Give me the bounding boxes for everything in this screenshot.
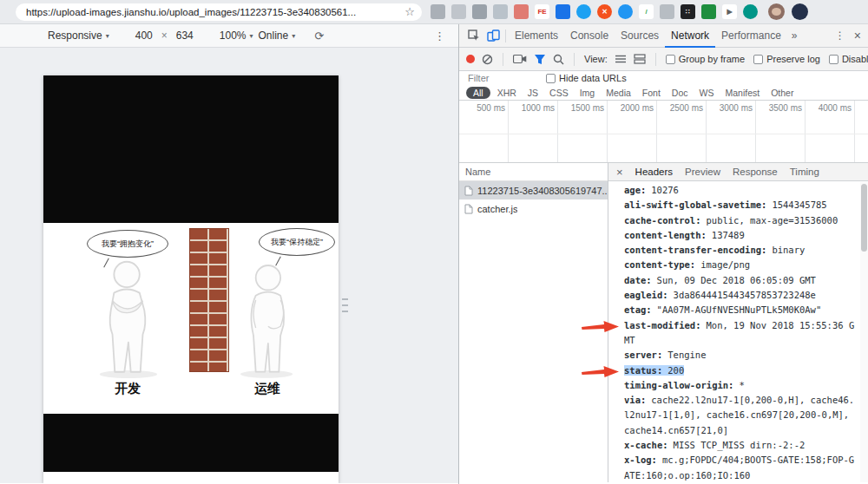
detail-tab[interactable]: Timing [784,163,825,181]
address-bar[interactable]: https://upload-images.jianshu.io/upload_… [16,3,422,21]
extension-icon[interactable] [743,4,758,19]
header-name: last-modified: [624,320,707,330]
type-filter-pill[interactable]: Media [602,87,635,99]
toggle-device-toolbar-icon[interactable] [483,24,503,48]
header-name: x-log: [624,455,662,465]
devtools-tab[interactable]: Elements [509,24,564,48]
viewport-height-input[interactable]: 634 [176,29,194,42]
devtools-tab[interactable]: Performance [715,24,787,48]
type-filter-pill[interactable]: JS [523,87,542,99]
header-value: Sun, 09 Dec 2018 06:05:09 GMT [657,275,816,285]
scrollbar[interactable] [860,182,868,482]
clear-network-log-icon[interactable] [482,54,493,65]
extension-icon[interactable]: ✕ [597,4,612,19]
close-detail-icon[interactable]: × [612,166,628,179]
type-filter-pill[interactable]: Other [766,87,798,99]
devtools-tab[interactable]: Sources [615,24,665,48]
bookmark-star-icon[interactable]: ☆ [404,5,415,18]
search-icon[interactable] [553,54,564,65]
type-filter-pill[interactable]: Font [638,87,665,99]
toolbar-checkbox[interactable]: Preserve log [753,54,820,64]
filter-input[interactable] [468,73,534,83]
account-icon[interactable] [792,3,808,20]
type-filter-pill[interactable]: All [466,87,490,99]
extension-icon[interactable]: ∷ [681,4,695,19]
checkbox-icon[interactable] [829,55,838,64]
response-header-row: via:cache22.l2nu17-1[0,200-0,H], cache46… [624,393,856,438]
devtools-tab[interactable]: Console [564,24,615,48]
extension-icon[interactable] [660,4,674,19]
devtools-menu-icon[interactable]: ⋮ [831,29,851,42]
header-name: status: [624,365,667,376]
extension-icon[interactable]: ▶ [722,4,737,19]
header-value: 3da8644415443457853723248e [674,290,816,300]
type-filter-pill[interactable]: WS [695,87,719,99]
device-mode-select[interactable]: Responsive ▾ [48,29,109,42]
response-headers-list: age:10276 ali-swift-global-savetime:1544… [608,181,868,484]
network-filter-bar: Hide data URLs [459,71,868,85]
timeline-column: 1000 ms [509,101,558,162]
viewport-resize-grip[interactable] [342,294,348,317]
more-tabs-icon[interactable]: » [787,29,802,42]
timeline-column: 3000 ms [707,101,756,162]
use-large-rows-icon[interactable] [615,54,627,64]
type-filter-pill[interactable]: Img [575,87,600,99]
name-column-header[interactable]: Name [459,163,608,181]
response-header-row: cache-control:public, max-age=31536000 [624,213,856,228]
detail-tab[interactable]: Headers [629,163,679,181]
checkbox-icon[interactable] [666,55,675,64]
extension-icon[interactable] [431,4,445,19]
extension-icon[interactable] [576,4,591,19]
extension-icon[interactable]: FE [535,4,549,19]
profile-avatar[interactable] [768,3,785,20]
extension-icon[interactable] [514,4,529,19]
divider [503,53,503,66]
type-filter-pill[interactable]: XHR [493,87,521,99]
viewport-width-input[interactable]: 400 [135,29,153,42]
extension-icons: FE✕/∷▶ [431,4,758,19]
toolbar-checkbox[interactable]: Disable cache [829,54,868,64]
request-row[interactable]: catcher.js [459,199,608,218]
header-value: 137489 [712,230,745,240]
checkbox-icon[interactable] [753,55,763,64]
zoom-select[interactable]: 100% ▾ [220,29,253,42]
request-detail-panel: × HeadersPreviewResponseTiming age:10276 [608,163,868,482]
show-overview-icon[interactable] [634,54,646,64]
url-text[interactable]: https://upload-images.jianshu.io/upload_… [26,7,399,17]
device-toolbar-menu-icon[interactable]: ⋮ [434,29,446,43]
detail-tab[interactable]: Preview [679,163,727,181]
request-row[interactable]: 11223715-3e3408305619747... [459,181,608,199]
screen: https://upload-images.jianshu.io/upload_… [0,0,868,484]
record-network-log-button[interactable] [466,55,475,63]
extension-icon[interactable] [451,4,466,19]
divider [655,53,656,66]
scrollbar-thumb[interactable] [861,184,867,252]
extension-icon[interactable] [493,4,508,19]
type-filter-pill[interactable]: CSS [545,87,573,99]
type-filter-pill[interactable]: Doc [667,87,693,99]
extension-icon[interactable] [618,4,633,19]
hide-data-urls-checkbox[interactable]: Hide data URLs [546,73,627,83]
devtools-tabs: ElementsConsoleSourcesNetworkPerformance [509,24,787,47]
throttling-select[interactable]: Online ▾ [259,29,296,42]
devtools-close-icon[interactable]: × [851,29,868,43]
extension-icon[interactable] [472,4,487,19]
network-overview-timeline[interactable]: 500 ms 1000 ms 1500 ms 2000 ms 2500 ms 3… [459,101,868,163]
capture-screenshots-icon[interactable] [513,54,527,64]
checkbox-icon[interactable] [546,74,556,83]
divider [505,29,506,43]
rotate-device-icon[interactable]: ⟳ [314,29,324,43]
inspect-element-icon[interactable] [464,24,483,48]
extension-icon[interactable] [701,4,716,19]
type-filter-pill[interactable]: Manifest [720,87,764,99]
filter-icon[interactable] [534,54,546,65]
chevron-down-icon: ▾ [106,32,109,40]
response-header-row: content-length:137489 [624,228,856,243]
detail-tab[interactable]: Response [727,163,784,181]
toolbar-checkbox[interactable]: Group by frame [666,54,745,64]
request-name: 11223715-3e3408305619747... [477,186,608,196]
devtools-tab[interactable]: Network [665,24,715,48]
emulated-page: 我要“拥抱变化” 我要“保持稳定” [43,75,339,483]
extension-icon[interactable]: / [639,4,654,19]
extension-icon[interactable] [556,4,570,19]
